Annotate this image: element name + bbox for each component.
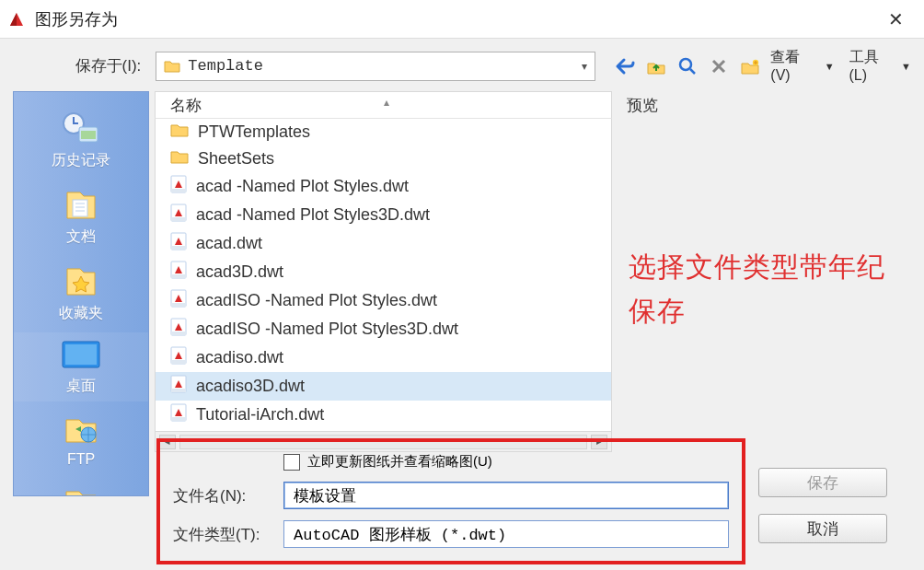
file-name: Tutorial-iArch.dwt — [196, 405, 324, 425]
ftp-icon — [61, 411, 101, 448]
svg-rect-24 — [171, 274, 186, 278]
new-folder-button[interactable] — [739, 55, 761, 77]
file-row[interactable]: acadiso.dwt — [156, 343, 611, 372]
action-buttons: 保存 取消 — [758, 438, 887, 564]
svg-rect-26 — [171, 303, 186, 307]
file-row[interactable]: acadiso3D.dwt — [156, 372, 611, 401]
file-name: acadiso.dwt — [196, 348, 283, 367]
nav-icons — [614, 55, 761, 77]
file-list[interactable]: PTWTemplatesSheetSetsacad -Named Plot St… — [155, 119, 612, 432]
svg-rect-20 — [171, 217, 186, 221]
svg-rect-34 — [171, 417, 186, 421]
dwt-file-icon — [170, 175, 187, 198]
dwt-file-icon — [170, 204, 187, 227]
file-row[interactable]: Tutorial-iArch.dwt — [156, 401, 611, 429]
svg-rect-30 — [171, 360, 186, 364]
filename-row: 文件名(N): 模板设置 — [173, 482, 729, 509]
chevron-down-icon[interactable]: ▼ — [901, 61, 911, 72]
places-desktop[interactable]: 桌面 — [14, 332, 148, 401]
window-title: 图形另存为 — [35, 8, 118, 30]
chevron-down-icon[interactable]: ▼ — [825, 61, 835, 72]
preview-label: 预览 — [623, 91, 911, 122]
dwt-file-icon — [170, 375, 187, 398]
filename-label: 文件名(N): — [173, 485, 274, 506]
back-button[interactable] — [614, 55, 636, 77]
annotation-text: 选择文件类型带年纪保存 — [623, 245, 911, 333]
save-button[interactable]: 保存 — [758, 468, 887, 497]
places-bar: 历史记录 文档 收藏夹 桌面 FTP — [13, 91, 149, 496]
file-row[interactable]: acadISO -Named Plot Styles.dwt — [156, 286, 611, 315]
file-name: acad3D.dwt — [196, 262, 283, 282]
preview-area: 预览 选择文件类型带年纪保存 — [623, 91, 911, 496]
body: 历史记录 文档 收藏夹 桌面 FTP — [0, 91, 924, 496]
file-name: acad -Named Plot Styles.dwt — [196, 177, 409, 196]
places-documents[interactable]: 文档 — [14, 180, 148, 252]
folder-icon — [164, 59, 180, 74]
desktop-icon — [59, 338, 103, 373]
bottom-area: 立即更新图纸并查看缩略图(U) 文件名(N): 模板设置 文件类型(T): Au… — [156, 438, 911, 564]
places-ftp[interactable]: FTP — [14, 405, 148, 473]
svg-rect-32 — [171, 389, 186, 392]
svg-rect-7 — [81, 131, 96, 139]
dwt-file-icon — [170, 403, 187, 426]
svg-rect-22 — [171, 246, 186, 250]
file-row[interactable]: acad -Named Plot Styles3D.dwt — [156, 201, 611, 229]
file-row[interactable]: PTWTemplates — [156, 119, 611, 145]
file-name: acadISO -Named Plot Styles.dwt — [196, 291, 437, 310]
chevron-down-icon: ▾ — [582, 60, 587, 73]
dwt-file-icon — [170, 289, 187, 312]
file-name: SheetSets — [198, 149, 274, 169]
file-header-name[interactable]: 名称 ▴ — [155, 91, 612, 119]
highlighted-section: 立即更新图纸并查看缩略图(U) 文件名(N): 模板设置 文件类型(T): Au… — [156, 438, 745, 564]
favorites-icon — [62, 262, 100, 300]
file-row[interactable]: acad.dwt — [156, 229, 611, 258]
search-web-button[interactable] — [676, 55, 699, 77]
preview-box — [623, 122, 911, 223]
update-thumbnail-row: 立即更新图纸并查看缩略图(U) — [173, 453, 729, 471]
dwt-file-icon — [170, 261, 187, 284]
places-favorites[interactable]: 收藏夹 — [14, 256, 148, 329]
folder-icon — [170, 122, 189, 143]
view-menu[interactable]: 查看(V) — [770, 48, 818, 84]
dwt-file-icon — [170, 318, 187, 341]
dwt-file-icon — [170, 346, 187, 369]
svg-line-1 — [690, 69, 695, 74]
file-row[interactable]: Tutorial-iMfg.dwt — [156, 429, 611, 432]
delete-button[interactable] — [708, 55, 730, 77]
update-thumbnail-checkbox[interactable] — [283, 454, 300, 471]
close-button[interactable]: ✕ — [874, 0, 917, 39]
titlebar: 图形另存为 ✕ — [0, 0, 924, 39]
filename-input[interactable]: 模板设置 — [283, 482, 729, 509]
history-icon — [61, 111, 101, 147]
folder-select[interactable]: Template ▾ — [156, 52, 595, 81]
file-row[interactable]: acad3D.dwt — [156, 258, 611, 286]
file-name: PTWTemplates — [198, 122, 310, 142]
dwt-file-icon — [170, 232, 187, 255]
file-name: acadISO -Named Plot Styles3D.dwt — [196, 320, 458, 339]
buzzsaw-icon — [61, 483, 101, 496]
file-name: acad.dwt — [196, 234, 262, 253]
svg-rect-13 — [65, 344, 97, 365]
file-area: 名称 ▴ PTWTemplatesSheetSetsacad -Named Pl… — [155, 91, 612, 496]
saveas-dialog: 图形另存为 ✕ 保存于(I): Template ▾ — [0, 0, 924, 570]
svg-point-0 — [680, 59, 691, 70]
documents-icon — [62, 185, 100, 224]
tools-menu[interactable]: 工具(L) — [849, 48, 896, 84]
up-folder-button[interactable] — [645, 55, 667, 77]
filetype-select[interactable]: AutoCAD 图形样板 (*.dwt) — [283, 520, 729, 548]
svg-rect-18 — [171, 189, 186, 192]
folder-icon — [170, 148, 189, 169]
cancel-button[interactable]: 取消 — [758, 514, 887, 543]
file-row[interactable]: acad -Named Plot Styles.dwt — [156, 172, 611, 201]
file-row[interactable]: SheetSets — [156, 145, 611, 172]
folder-name: Template — [188, 57, 574, 75]
svg-rect-28 — [171, 332, 186, 335]
file-row[interactable]: acadISO -Named Plot Styles3D.dwt — [156, 315, 611, 343]
file-name: acad -Named Plot Styles3D.dwt — [196, 205, 430, 225]
places-history[interactable]: 历史记录 — [14, 105, 148, 176]
sort-caret-icon: ▴ — [384, 96, 389, 109]
filetype-label: 文件类型(T): — [173, 524, 274, 545]
svg-rect-8 — [73, 200, 87, 216]
places-buzzsaw[interactable] — [14, 477, 148, 496]
app-icon — [7, 10, 26, 29]
